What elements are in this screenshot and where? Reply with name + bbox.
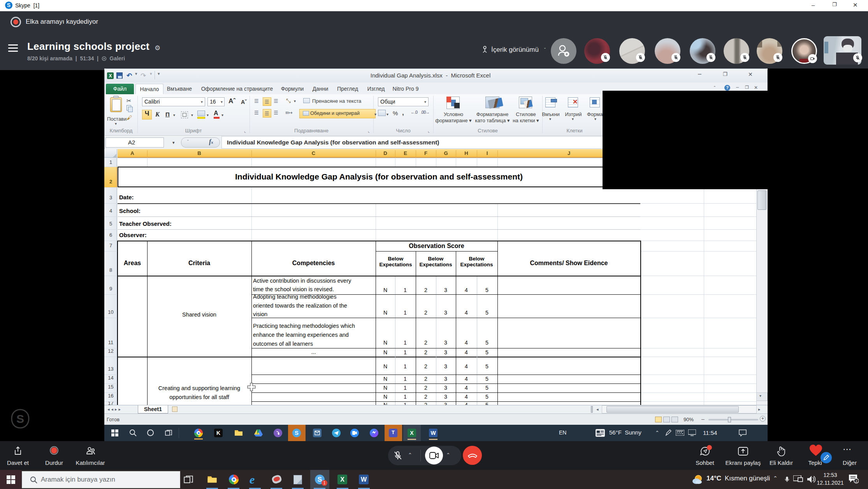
svg-text:S: S [16,412,24,425]
svg-text:2: 2 [855,479,857,483]
